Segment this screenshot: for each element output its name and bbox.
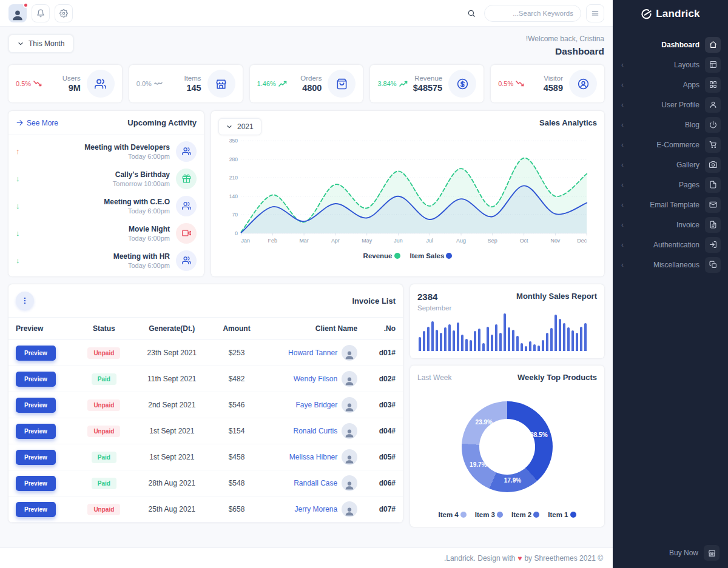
sales-bar	[478, 329, 480, 351]
invoice-number: d07#	[365, 496, 403, 523]
invoice-amount: $253	[211, 340, 263, 366]
sales-bar	[512, 330, 514, 351]
legend-item-item-3[interactable]: Item 3	[475, 511, 503, 518]
legend-dot	[460, 512, 467, 518]
legend-item-item-4[interactable]: Item 4	[439, 511, 467, 518]
legend-item-revenue[interactable]: Revenue	[363, 252, 400, 259]
client-avatar	[342, 371, 357, 387]
svg-text:Dec: Dec	[577, 238, 587, 244]
sales-bar	[448, 324, 451, 351]
client-link[interactable]: Wendy Filson	[294, 375, 337, 383]
activity-item[interactable]: ↓Meeting with C.E.OToday 6:00pm	[16, 192, 197, 219]
legend-item-item-sales[interactable]: Item Sales	[410, 252, 453, 259]
monthly-sales-card: 2384 September Monthly Sales Report	[410, 284, 604, 358]
sidebar-item-label: Gallery	[630, 161, 699, 169]
monthly-month: September	[417, 304, 451, 312]
sidebar-item-email-template[interactable]: ‹Email Template	[613, 195, 728, 215]
power-icon	[705, 117, 721, 133]
client-link[interactable]: Jerry Morena	[295, 505, 338, 513]
chevron-left-icon: ‹	[621, 201, 630, 209]
column-header-client-name: Client Name	[262, 318, 365, 340]
svg-text:Mar: Mar	[299, 238, 308, 244]
buy-now-label[interactable]: Buy Now	[669, 549, 698, 557]
video-icon	[176, 223, 197, 244]
stat-label: Visitor	[544, 75, 563, 82]
client-link[interactable]: Ronald Curtis	[294, 427, 338, 435]
table-row: PreviewPaid28th Aug 2021$548Randall Case…	[8, 470, 403, 496]
invoice-date: 28th Aug 2021	[133, 470, 211, 496]
invoice-amount: $658	[211, 496, 263, 523]
client-link[interactable]: Howard Tanner	[288, 349, 337, 357]
client-link[interactable]: Faye Bridger	[296, 401, 338, 409]
dollar-icon	[448, 70, 476, 98]
preview-button[interactable]: Preview	[16, 346, 56, 361]
sidebar-item-invoice[interactable]: ‹Invoice	[613, 215, 728, 235]
sidebar-item-label: Pages	[630, 181, 699, 189]
client-link[interactable]: Melissa Hibner	[289, 453, 337, 461]
column-header-no: .No	[365, 318, 403, 340]
activity-item[interactable]: ↑Meeting with DevelopersToday 6:00pm	[16, 138, 197, 165]
bell-button[interactable]	[32, 4, 50, 22]
sidebar-item-user-profile[interactable]: ‹User Profile	[613, 95, 728, 115]
user-avatar[interactable]	[8, 4, 27, 22]
sales-bar	[482, 343, 485, 351]
menu-toggle-button[interactable]	[586, 4, 604, 22]
sales-bar	[504, 313, 506, 351]
search-input[interactable]	[484, 5, 581, 22]
activity-item[interactable]: ↓Movie NightToday 6:00pm	[16, 219, 197, 247]
legend-item-item-1[interactable]: Item 1	[548, 511, 576, 518]
sales-bar	[529, 341, 531, 351]
arrow-down-icon: ↓	[16, 174, 28, 183]
preview-button[interactable]: Preview	[16, 398, 56, 413]
sidebar-item-e-commerce[interactable]: ‹E-Commerce	[613, 135, 728, 155]
brand[interactable]: Landrick	[613, 0, 728, 26]
sidebar-menu: Dashboard‹Layouts‹Apps‹User Profile‹Blog…	[613, 35, 728, 275]
more-options-button[interactable]	[16, 292, 34, 310]
sidebar-item-apps[interactable]: ‹Apps	[613, 75, 728, 95]
year-dropdown[interactable]: 2021	[218, 118, 261, 135]
preview-button[interactable]: Preview	[16, 502, 56, 517]
preview-button[interactable]: Preview	[16, 372, 56, 387]
activity-title: Meeting with Developers	[84, 143, 170, 152]
sales-bar	[516, 336, 519, 351]
sidebar-item-blog[interactable]: ‹Blog	[613, 115, 728, 135]
sidebar-item-gallery[interactable]: ‹Gallery	[613, 155, 728, 175]
monthly-total: 2384	[417, 292, 451, 302]
chevron-left-icon: ‹	[621, 261, 630, 269]
activity-item[interactable]: ↓Meeting with HRToday 6:00pm	[16, 247, 197, 274]
preview-button[interactable]: Preview	[16, 476, 56, 491]
shop-icon[interactable]	[704, 545, 720, 561]
see-more-link[interactable]: See More	[16, 119, 58, 127]
search-icon[interactable]	[463, 5, 479, 21]
status-badge: Unpaid	[87, 504, 120, 515]
settings-button[interactable]	[55, 4, 73, 22]
activity-title: Movie Night	[129, 225, 170, 233]
sidebar-item-layouts[interactable]: ‹Layouts	[613, 55, 728, 75]
sidebar-item-authentication[interactable]: ‹Authentication	[613, 235, 728, 255]
sales-bar	[453, 330, 455, 351]
page-header-row: This Month !Welcome back, Cristina Dashb…	[8, 35, 604, 57]
sidebar-item-label: Blog	[630, 121, 699, 129]
mail-icon	[705, 197, 721, 213]
donut-area: 38.5%17.9%19.7%23.9%	[417, 382, 597, 511]
period-dropdown[interactable]: This Month	[8, 35, 73, 53]
activity-item[interactable]: ↓Cally's BirthdayTomorrow 10:00am	[16, 165, 197, 192]
client-link[interactable]: Randall Case	[294, 479, 337, 487]
trend-down-icon: 0.5%	[16, 80, 42, 87]
sales-bar	[419, 337, 421, 351]
column-header-generate-dt: Generate(Dt.)	[133, 318, 211, 340]
activity-header: See More Upcoming Activity	[8, 111, 204, 135]
trend-down-icon: 0.5%	[498, 80, 524, 87]
table-row: PreviewPaid1st Sept 2021$458Melissa Hibn…	[8, 444, 403, 470]
preview-button[interactable]: Preview	[16, 450, 56, 465]
sales-bar	[550, 328, 553, 351]
sidebar-item-miscellaneous[interactable]: ‹Miscellaneous	[613, 255, 728, 275]
preview-button[interactable]: Preview	[16, 424, 56, 439]
weekly-header: Last Week Weekly Top Products	[417, 373, 597, 382]
stat-value: 4800	[302, 83, 322, 93]
legend-item-item-2[interactable]: Item 2	[511, 511, 539, 518]
column-header-status: Status	[75, 318, 133, 340]
sidebar-item-dashboard[interactable]: Dashboard	[613, 35, 728, 55]
sidebar-item-pages[interactable]: ‹Pages	[613, 175, 728, 195]
sales-bar	[495, 324, 497, 351]
